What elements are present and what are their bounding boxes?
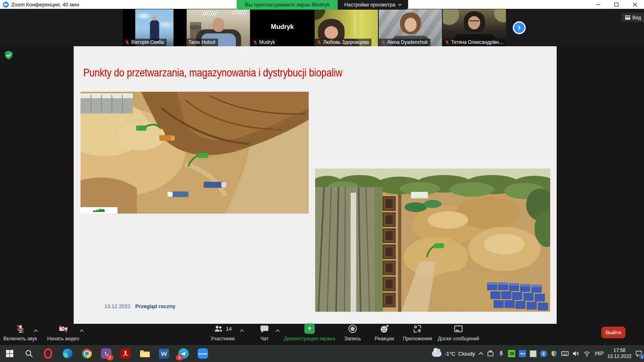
participants-icon	[213, 324, 223, 334]
gallery-view-icon	[625, 15, 630, 20]
taskbar-word[interactable]	[159, 348, 169, 359]
participant-tile[interactable]: Любовь Здоровцева	[315, 9, 378, 46]
slide-title: Punkty do przetwarzania, magazynowania i…	[83, 66, 343, 79]
taskbar-apps: 7 3 zoom	[4, 345, 208, 362]
taskbar-clock[interactable]: 17:58 13.12.2022	[607, 348, 632, 360]
security-shield-icon	[4, 50, 14, 61]
telegram-badge: 3	[176, 355, 183, 360]
reactions-button[interactable]: Реакции	[375, 323, 394, 341]
minimize-icon	[596, 2, 600, 7]
chat-bubble-icon	[260, 324, 270, 334]
participants-button[interactable]: 14 Участники	[211, 323, 235, 341]
video-options-chevron[interactable]	[80, 327, 84, 334]
leave-meeting-button[interactable]: Выйти	[601, 327, 625, 338]
participant-display-name: Mudryk	[251, 23, 314, 31]
mic-muted-icon	[444, 40, 450, 45]
window-title: Zoom Конференция, 40 мин	[11, 2, 79, 8]
chat-button[interactable]: Чат	[260, 323, 270, 341]
app-window-tray-icon[interactable]	[530, 350, 537, 357]
opera-icon	[44, 348, 52, 359]
chat-options-chevron[interactable]	[276, 327, 280, 334]
folder-icon	[140, 349, 150, 358]
close-icon	[633, 2, 637, 7]
maximize-button[interactable]	[607, 0, 625, 9]
slide-photo-railway-terminal	[315, 169, 550, 312]
chevron-right-icon	[516, 25, 522, 31]
minimize-button[interactable]	[588, 0, 607, 9]
view-options-button[interactable]: Настройки просмотра	[338, 0, 408, 10]
unmute-button[interactable]: Включить звук	[3, 323, 37, 341]
participant-tile[interactable]: Вікторія Скиба	[123, 9, 186, 46]
bluetooth-tray-icon[interactable]	[540, 350, 547, 357]
participant-tile-active-speaker[interactable]: Taras Hutsol	[187, 9, 250, 46]
close-button[interactable]	[625, 0, 644, 9]
clock-date: 13.12.2022	[607, 354, 632, 360]
participants-options-chevron[interactable]	[240, 327, 244, 334]
microphone-tray-icon[interactable]	[498, 350, 504, 357]
search-icon	[25, 349, 33, 358]
maximize-icon	[614, 2, 619, 7]
participant-name-tag: Любовь Здоровцева	[315, 39, 372, 46]
taskbar-viber[interactable]: 7	[101, 348, 111, 359]
start-video-button[interactable]: Начать видео	[47, 323, 79, 341]
apps-button[interactable]: Приложения	[402, 323, 432, 341]
taskbar-file-explorer[interactable]	[139, 348, 150, 359]
mic-muted-icon	[15, 324, 25, 334]
taskbar-edge[interactable]	[62, 348, 73, 359]
participant-tile[interactable]: Mudryk Mudryk	[251, 9, 314, 46]
participant-tile[interactable]: Alena Dyadenchuk	[379, 9, 442, 46]
record-button[interactable]: Запись	[344, 323, 361, 341]
participant-tile[interactable]: Тетяна Олександрівн…	[443, 9, 506, 46]
zoom-taskbar-icon: zoom	[198, 348, 208, 359]
camera-muted-icon	[58, 324, 68, 334]
security-tray-icon[interactable]	[551, 350, 557, 357]
network-tray-icon[interactable]	[583, 351, 590, 357]
remote-desktop-tray-icon[interactable]	[519, 350, 526, 357]
participant-name-tag: Вікторія Скиба	[123, 39, 167, 46]
windows-logo-icon	[5, 349, 14, 358]
hidden-icons-chevron[interactable]	[479, 352, 483, 355]
next-participants-button[interactable]	[513, 21, 526, 34]
whiteboard-icon	[454, 324, 464, 334]
volume-tray-icon[interactable]	[572, 350, 580, 357]
taskbar-chrome[interactable]	[81, 348, 92, 359]
taskbar-opera[interactable]	[43, 348, 54, 359]
participant-name-tag: Mudryk	[251, 39, 278, 46]
meeting-security-button[interactable]	[4, 50, 14, 63]
reactions-smiley-icon	[379, 324, 389, 334]
touch-keyboard-tray-icon[interactable]	[561, 350, 569, 357]
capture-tray-icon[interactable]	[487, 350, 494, 357]
participant-name-tag: Taras Hutsol	[187, 39, 218, 46]
chrome-icon	[82, 349, 92, 358]
mic-muted-icon	[380, 40, 386, 45]
language-indicator[interactable]: УКР	[594, 351, 604, 356]
weather-cloud-icon	[432, 351, 442, 357]
taskbar-weather[interactable]: -1°C Cloudy	[432, 351, 475, 357]
action-center-button[interactable]: 1	[635, 350, 642, 357]
weather-condition: Cloudy	[458, 351, 475, 357]
edge-icon	[63, 349, 72, 358]
view-layout-button[interactable]: Вид	[621, 13, 644, 22]
start-button[interactable]	[4, 348, 15, 359]
viber-badge: 7	[106, 355, 114, 360]
weather-temperature: -1°C	[444, 351, 455, 357]
search-button[interactable]	[23, 348, 34, 359]
share-screen-button[interactable]: Демонстрация экрана	[284, 323, 335, 341]
taskbar-telegram[interactable]: 3	[178, 348, 189, 359]
window-controls	[588, 0, 644, 9]
apps-icon	[412, 324, 422, 334]
mic-muted-icon	[316, 40, 322, 45]
view-options-label: Настройки просмотра	[344, 2, 395, 8]
audio-options-chevron[interactable]	[34, 327, 38, 334]
taskbar-zoom[interactable]: zoom	[197, 348, 208, 359]
slide-footer-label: Przegląd roczny	[135, 303, 175, 309]
counter-tray-badge[interactable]: 38	[508, 350, 515, 357]
taskbar-acrobat[interactable]	[120, 348, 131, 359]
mic-muted-icon	[124, 40, 130, 45]
clock-time: 17:58	[607, 348, 632, 354]
word-icon	[159, 349, 169, 359]
whiteboards-button[interactable]: Доски сообщений	[438, 323, 479, 341]
slide-footer-date: 13.12.2022	[104, 303, 130, 309]
acrobat-icon	[120, 349, 130, 359]
share-screen-icon	[304, 323, 315, 334]
